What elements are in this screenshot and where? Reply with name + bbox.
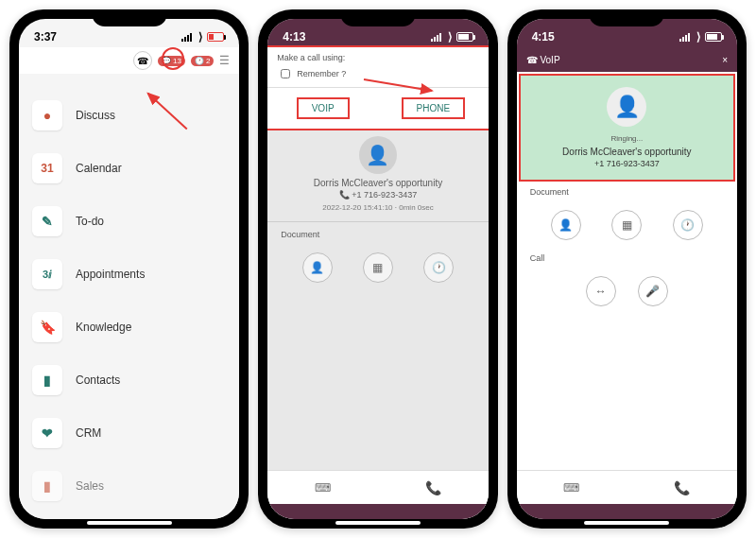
app-item-todo[interactable]: ✎ To-do: [32, 195, 226, 248]
details-icon-button[interactable]: ▦: [611, 210, 642, 240]
transfer-icon-button[interactable]: ↔: [586, 276, 616, 306]
app-label: CRM: [76, 426, 101, 440]
wifi-icon: ⟩: [198, 30, 203, 43]
app-label: Contacts: [76, 373, 120, 387]
notch: [589, 9, 664, 26]
contact-icon-button[interactable]: 👤: [551, 210, 581, 240]
app-item-discuss[interactable]: ● Discuss: [32, 89, 226, 142]
remember-label: Remember ?: [297, 69, 346, 78]
contacts-icon: ▮: [32, 365, 62, 395]
ringing-label: Ringing...: [532, 134, 722, 143]
app-item-sales[interactable]: ▮ Sales: [32, 460, 226, 512]
bottom-strip: [267, 504, 488, 519]
dialog-title: Make a call using:: [277, 53, 478, 62]
status-time: 3:37: [34, 30, 57, 43]
app-label: Discuss: [76, 109, 115, 122]
contact-avatar: 👤: [359, 136, 397, 174]
ringing-card: 👤 Ringing... Dorris McCleaver's opportun…: [519, 74, 735, 182]
app-label: To-do: [76, 215, 104, 228]
battery-icon: [456, 32, 473, 42]
phone-mockup-2: 4:13 ⟩ Make a call using: Remember ? VOI…: [258, 9, 497, 529]
battery-icon: [207, 32, 224, 42]
messages-badge[interactable]: 💬13: [158, 56, 185, 66]
app-label: Calendar: [76, 162, 122, 175]
details-icon-button[interactable]: ▦: [363, 252, 393, 283]
keypad-icon[interactable]: ⌨: [315, 481, 331, 495]
phone-number: +1 716-923-3437: [532, 159, 722, 168]
phone-widget-icon[interactable]: ☎: [133, 51, 152, 70]
home-indicator: [584, 521, 669, 525]
remember-checkbox[interactable]: [281, 69, 290, 78]
contact-icon-button[interactable]: 👤: [302, 252, 333, 283]
document-label: Document: [267, 226, 488, 243]
home-indicator: [87, 521, 172, 525]
phone-number: 📞 +1 716-923-3437: [267, 190, 488, 200]
svg-line-1: [364, 79, 432, 91]
status-time: 4:13: [283, 30, 305, 43]
call-icon[interactable]: 📞: [425, 480, 441, 495]
app-item-contacts[interactable]: ▮ Contacts: [32, 354, 226, 407]
mute-icon-button[interactable]: 🎤: [638, 276, 668, 306]
home-indicator: [335, 521, 421, 525]
top-toolbar: ☎ 💬13 🕐2 ☰: [19, 47, 239, 74]
opportunity-name: Dorris McCleaver's opportunity: [267, 178, 488, 188]
signal-icon: [181, 32, 195, 42]
app-list: ● Discuss 31 Calendar ✎ To-do 3ⅈ Appoint…: [19, 74, 239, 519]
annotation-arrow: [362, 72, 438, 103]
opportunity-name: Dorris McCleaver's opportunity: [532, 147, 722, 157]
app-item-appointments[interactable]: 3ⅈ Appointments: [32, 248, 226, 301]
phone-mockup-3: 4:15 ⟩ ☎ VoIP × 👤 Ringing... Dorris McCl…: [507, 9, 747, 529]
phone-mockup-1: 3:37 ⟩ ☎ 💬13 🕐2 ☰ ● Discuss 31 Calend: [9, 9, 249, 529]
sales-icon: ▮: [32, 471, 62, 501]
contact-avatar: 👤: [607, 87, 646, 127]
activity-icon-button[interactable]: 🕐: [423, 252, 454, 283]
document-label: Document: [517, 183, 737, 200]
signal-icon: [679, 32, 693, 42]
knowledge-icon: 🔖: [32, 312, 62, 342]
menu-icon[interactable]: ☰: [219, 54, 230, 67]
signal-icon: [431, 32, 444, 42]
voip-header: ☎ VoIP ×: [517, 47, 737, 72]
wifi-icon: ⟩: [448, 30, 453, 43]
app-label: Sales: [76, 479, 104, 493]
app-item-calendar[interactable]: 31 Calendar: [32, 142, 226, 195]
app-item-knowledge[interactable]: 🔖 Knowledge: [32, 301, 226, 354]
wifi-icon: ⟩: [696, 30, 701, 43]
bottom-strip: [517, 504, 737, 519]
hangup-icon[interactable]: 📞: [674, 480, 690, 495]
close-icon[interactable]: ×: [722, 55, 728, 65]
notch: [92, 9, 167, 26]
dimmed-background: 👤 Dorris McCleaver's opportunity 📞 +1 71…: [267, 136, 488, 519]
activity-badge[interactable]: 🕐2: [191, 56, 214, 66]
app-label: Knowledge: [76, 321, 131, 334]
app-label: Appointments: [76, 268, 145, 281]
crm-icon: ❤: [32, 418, 62, 448]
call-timestamp: 2022-12-20 15:41:10 · 0min 0sec: [267, 203, 488, 212]
discuss-icon: ●: [32, 100, 62, 130]
bottom-bar: ⌨ 📞: [267, 470, 488, 504]
keypad-icon[interactable]: ⌨: [563, 481, 579, 495]
call-label: Call: [517, 250, 737, 267]
status-time: 4:15: [532, 30, 555, 43]
voip-title: ☎ VoIP: [526, 55, 560, 65]
activity-icon-button[interactable]: 🕐: [673, 210, 703, 240]
notch: [340, 9, 416, 26]
todo-icon: ✎: [32, 206, 62, 236]
appointments-icon: 3ⅈ: [32, 259, 62, 289]
call-dialog: Make a call using: Remember ? VOIP PHONE: [267, 45, 488, 130]
app-item-crm[interactable]: ❤ CRM: [32, 407, 226, 460]
battery-icon: [705, 32, 722, 42]
calendar-icon: 31: [32, 153, 62, 183]
bottom-bar: ⌨ 📞: [517, 470, 737, 504]
